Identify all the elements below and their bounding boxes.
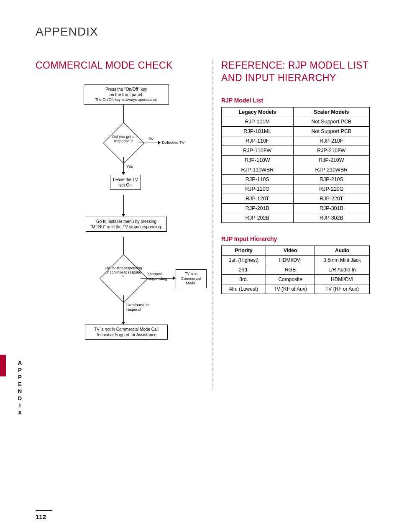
table-row: RJP-110FRJP-210F: [221, 136, 369, 146]
cell-scaler: RJP-220T: [293, 194, 369, 203]
flow-start-line2: on the front panel.: [87, 92, 166, 97]
flow-line: [138, 143, 159, 143]
cell-legacy: RJP-110S: [221, 174, 293, 184]
cell-video: RGB: [266, 265, 315, 274]
table-row: 4th. (Lowest)TV (RF of Aux)TV (RF or Aux…: [221, 284, 369, 294]
cell-legacy: RJP-101M: [221, 117, 293, 126]
flow-line: [123, 157, 124, 173]
flow-leave-on: Leave the TV set On: [110, 175, 141, 190]
table-row: RJP-110FWRJP-210FW: [221, 146, 369, 155]
commercial-mode-heading: COMMERCIAL MODE CHECK: [36, 59, 204, 72]
hierarchy-title: RJP Input Hierarchy: [221, 235, 370, 242]
arrow-right-icon: [158, 141, 161, 144]
cell-legacy: RJP-202B: [221, 213, 293, 223]
cell-priority: 4th. (Lowest): [221, 284, 266, 294]
cell-legacy: RJP-110FW: [221, 146, 293, 155]
cell-audio: HDMI/DVI: [315, 274, 370, 284]
flow-decision-1-text: Did you get a response ?: [105, 135, 142, 143]
table-row: RJP-101MLNot Support PCB: [221, 126, 369, 136]
th-video: Video: [266, 246, 315, 255]
flow-no-label: No: [148, 136, 153, 141]
model-list-title: RJP Model List: [221, 97, 370, 104]
right-column: REFERENCE: RJP MODEL LIST AND INPUT HIER…: [212, 59, 370, 390]
flow-start-box: Press the "On/Off" key on the front pane…: [84, 84, 169, 105]
cell-video: HDMI/DVI: [266, 255, 315, 265]
cell-scaler: Not Support PCB: [293, 117, 369, 126]
cell-legacy: RJP-110WBR: [221, 165, 293, 174]
table-row: RJP-120GRJP-220G: [221, 184, 369, 194]
cell-scaler: RJP-301B: [293, 203, 369, 213]
flow-line: [123, 295, 124, 323]
cell-legacy: RJP-110F: [221, 136, 293, 146]
cell-legacy: RJP-201B: [221, 203, 293, 213]
cell-priority: 1st. (Highest): [221, 255, 266, 265]
flowchart: Press the "On/Off" key on the front pane…: [40, 84, 199, 390]
cell-scaler: RJP-210F: [293, 136, 369, 146]
table-row: RJP-120TRJP-220T: [221, 194, 369, 203]
flow-stopped-label: Stopped responding: [148, 272, 173, 281]
cell-scaler: Not Support PCB: [293, 126, 369, 136]
cell-scaler: RJP-210S: [293, 174, 369, 184]
cell-video: Composite: [266, 274, 315, 284]
flow-start-line3: The On/Off key is always operational.: [87, 97, 166, 102]
page-title: APPENDIX: [36, 25, 370, 38]
cell-scaler: RJP-302B: [293, 213, 369, 223]
th-audio: Audio: [315, 246, 370, 255]
table-row: 3rd.CompositeHDMI/DVI: [221, 274, 369, 284]
flow-defective-tv: Defective TV: [162, 141, 184, 145]
table-row: 2nd.RGBL/R Audio In: [221, 265, 369, 274]
flow-line: [123, 195, 124, 215]
cell-scaler: RJP-210FW: [293, 146, 369, 155]
cell-audio: TV (RF or Aux): [315, 284, 370, 294]
cell-scaler: RJP-220G: [293, 184, 369, 194]
flow-installer-box: Go to Installer menu by pressing "MENU" …: [86, 217, 167, 232]
cell-priority: 2nd.: [221, 265, 266, 274]
table-row: RJP-110WBRRJP-210WBR: [221, 165, 369, 174]
cell-legacy: RJP-110W: [221, 155, 293, 165]
cell-audio: L/R Audio In: [315, 265, 370, 274]
flow-commercial-box: TV is in Commercial Mode.: [176, 269, 207, 288]
th-scaler: Scaler Models: [293, 107, 369, 117]
flow-start-line1: Press the "On/Off" key: [87, 87, 166, 92]
cell-legacy: RJP-101ML: [221, 126, 293, 136]
table-header-row: Legacy Models Scaler Models: [221, 107, 369, 117]
table-row: RJP-202BRJP-302B: [221, 213, 369, 223]
cell-video: TV (RF of Aux): [266, 284, 315, 294]
cell-legacy: RJP-120G: [221, 184, 293, 194]
cell-scaler: RJP-210WBR: [293, 165, 369, 174]
hierarchy-table: Priority Video Audio 1st. (Highest)HDMI/…: [221, 246, 370, 294]
model-list-table: Legacy Models Scaler Models RJP-101MNot …: [221, 107, 370, 223]
flow-yes-label: Yes: [126, 164, 133, 169]
cell-legacy: RJP-120T: [221, 194, 293, 203]
table-header-row: Priority Video Audio: [221, 246, 369, 255]
table-row: RJP-101MNot Support PCB: [221, 117, 369, 126]
table-row: 1st. (Highest)HDMI/DVI3.5mm Mini Jack: [221, 255, 369, 265]
th-priority: Priority: [221, 246, 266, 255]
cell-scaler: RJP-210W: [293, 155, 369, 165]
cell-priority: 3rd.: [221, 274, 266, 284]
table-row: RJP-110WRJP-210W: [221, 155, 369, 165]
reference-heading: REFERENCE: RJP MODEL LIST AND INPUT HIER…: [221, 59, 370, 84]
th-legacy: Legacy Models: [221, 107, 293, 117]
flow-not-commercial-box: TV is not in Commercial Mode Call Techni…: [85, 325, 168, 340]
table-row: RJP-201BRJP-301B: [221, 203, 369, 213]
flow-continued-label: Continued to respond: [126, 303, 151, 312]
cell-audio: 3.5mm Mini Jack: [315, 255, 370, 265]
flow-decision-2-text: Did TV stop responding or continue to re…: [105, 266, 142, 279]
page-number: 112: [36, 510, 52, 520]
left-column: COMMERCIAL MODE CHECK Press the "On/Off"…: [36, 59, 212, 390]
table-row: RJP-110SRJP-210S: [221, 174, 369, 184]
